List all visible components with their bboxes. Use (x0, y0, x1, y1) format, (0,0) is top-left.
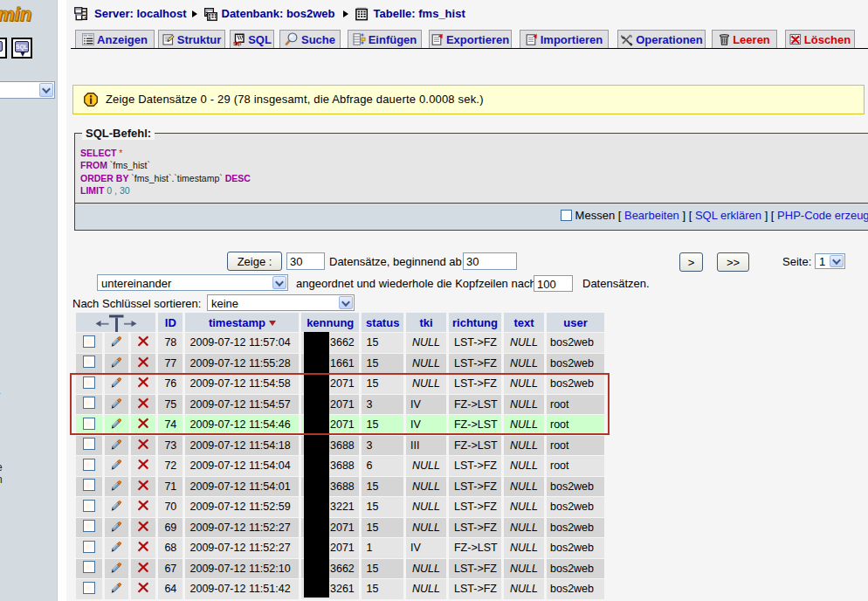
svg-text:sql: sql (233, 39, 242, 46)
